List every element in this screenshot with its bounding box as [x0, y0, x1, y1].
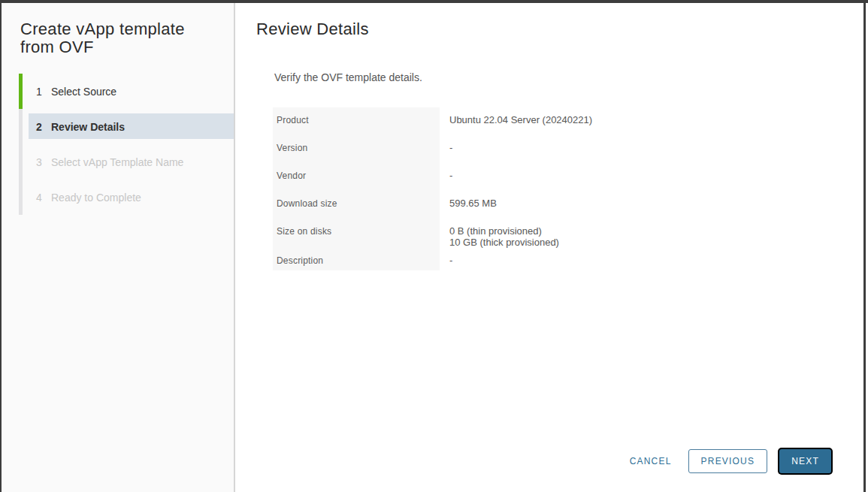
detail-value: -	[440, 248, 709, 270]
detail-value-line: 10 GB (thick provisioned)	[449, 237, 709, 248]
sidebar-step-4: 4Ready to Complete	[2, 180, 234, 215]
detail-row: ProductUbuntu 22.04 Server (20240221)	[273, 107, 709, 135]
step-label: Review Details	[51, 121, 125, 133]
page-title: Review Details	[256, 20, 863, 38]
detail-value: 0 B (thin provisioned)10 GB (thick provi…	[440, 219, 709, 248]
next-button[interactable]: NEXT	[779, 449, 831, 473]
detail-label: Size on disks	[273, 219, 440, 248]
detail-value-line: -	[449, 142, 709, 153]
sidebar-step-3: 3Select vApp Template Name	[2, 144, 234, 180]
step-number: 3	[34, 156, 44, 168]
detail-label: Download size	[273, 191, 440, 219]
detail-row: Size on disks0 B (thin provisioned)10 GB…	[273, 219, 709, 248]
wizard-sidebar: Create vApp template from OVF 1Select So…	[2, 3, 235, 492]
step-label: Select vApp Template Name	[51, 156, 183, 168]
detail-value-line: 599.65 MB	[449, 198, 709, 209]
detail-row: Download size599.65 MB	[273, 191, 709, 219]
cancel-button[interactable]: CANCEL	[624, 449, 678, 473]
detail-label: Vendor	[273, 163, 440, 191]
wizard-title: Create vApp template from OVF	[20, 20, 220, 56]
review-details-panel: Review Details Verify the OVF template d…	[237, 3, 863, 492]
detail-label: Version	[273, 135, 440, 163]
window-frame-top	[0, 0, 868, 3]
content-description: Verify the OVF template details.	[274, 71, 422, 83]
window-frame-left	[0, 0, 2, 492]
detail-row: Vendor-	[273, 163, 709, 191]
previous-button[interactable]: PREVIOUS	[688, 449, 768, 473]
step-number: 1	[34, 86, 44, 98]
wizard-footer: CANCEL PREVIOUS NEXT	[624, 448, 831, 473]
detail-value: 599.65 MB	[440, 191, 709, 219]
step-label: Ready to Complete	[51, 192, 141, 204]
details-table: ProductUbuntu 22.04 Server (20240221)Ver…	[273, 107, 709, 270]
detail-value: Ubuntu 22.04 Server (20240221)	[440, 107, 709, 135]
detail-label: Product	[273, 107, 440, 135]
sidebar-step-2[interactable]: 2Review Details	[2, 109, 234, 144]
detail-row: Description-	[273, 248, 709, 270]
sidebar-step-1[interactable]: 1Select Source	[2, 74, 234, 109]
step-number: 2	[34, 121, 44, 133]
window-frame-right	[863, 0, 866, 492]
detail-label: Description	[273, 248, 440, 270]
detail-value-line: Ubuntu 22.04 Server (20240221)	[449, 114, 709, 125]
detail-row: Version-	[273, 135, 709, 163]
step-label: Select Source	[51, 86, 116, 98]
detail-value: -	[440, 163, 709, 191]
detail-value-line: -	[449, 255, 709, 266]
detail-value-line: -	[449, 170, 709, 181]
detail-value: -	[440, 135, 709, 163]
detail-value-line: 0 B (thin provisioned)	[449, 225, 709, 237]
wizard-stepnav: 1Select Source2Review Details3Select vAp…	[2, 74, 234, 215]
step-number: 4	[34, 192, 44, 204]
